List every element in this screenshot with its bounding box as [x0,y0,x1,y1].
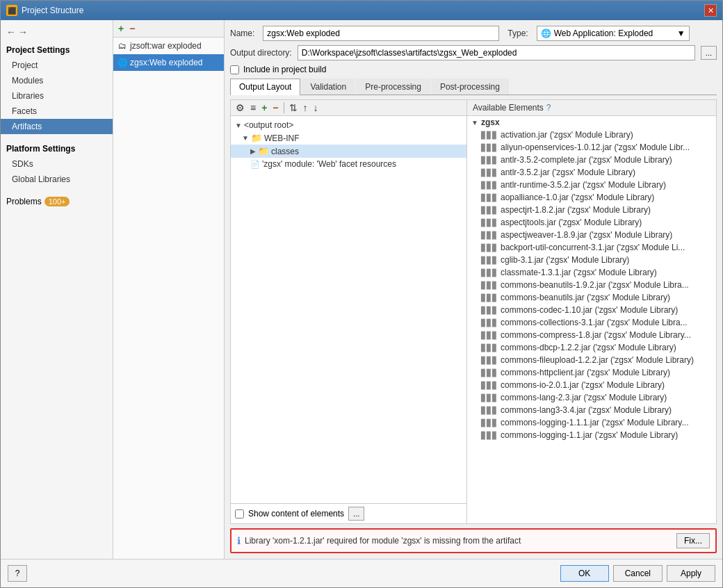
avail-item-14[interactable]: ▊▊▊ commons-codec-1.10.jar ('zgsx' Modul… [467,304,716,316]
type-select[interactable]: 🌐 Web Application: Exploded ▼ [537,26,690,41]
avail-item-label-14: commons-codec-1.10.jar ('zgsx' Module Li… [501,305,678,315]
include-label: Include in project build [243,65,326,74]
avail-item-7[interactable]: ▊▊▊ aspectjtools.jar ('zgsx' Module Libr… [467,216,716,229]
avail-item-9[interactable]: ▊▊▊ backport-util-concurrent-3.1.jar ('z… [467,241,716,254]
tab-output-layout[interactable]: Output Layout [230,79,300,95]
problems-row[interactable]: Problems 100+ [1,193,113,211]
tab-pre-processing[interactable]: Pre-processing [356,79,430,95]
avail-item-20[interactable]: ▊▊▊ commons-io-2.0.1.jar ('zgsx' Module … [467,379,716,391]
avail-item-label-9: backport-util-concurrent-3.1.jar ('zgsx'… [501,243,685,252]
remove-artifact-button[interactable]: − [127,22,137,35]
avail-item-21[interactable]: ▊▊▊ commons-lang-2.3.jar ('zgsx' Module … [467,391,716,404]
tree-content: ▼ <output root> ▼ 📁 WEB-INF ▶ 📁 [231,116,466,503]
sidebar-item-sdks[interactable]: SDKs [1,156,113,172]
chevron-right-icon: ▶ [250,147,256,155]
avail-item-15[interactable]: ▊▊▊ commons-collections-3.1.jar ('zgsx' … [467,316,716,329]
tree-sort-button[interactable]: ⇅ [287,101,300,114]
sidebar-item-libraries[interactable]: Libraries [1,88,113,104]
output-dir-input[interactable] [298,45,695,60]
jar-icon-13: ▊▊▊ [481,294,498,302]
tree-config-button[interactable]: ⚙ [234,101,247,114]
avail-item-5[interactable]: ▊▊▊ aopalliance-1.0.jar ('zgsx' Module L… [467,191,716,204]
back-button[interactable]: ← [6,26,16,38]
avail-item-23[interactable]: ▊▊▊ commons-logging-1.1.1.jar ('zgsx' Mo… [467,416,716,429]
tree-view-button[interactable]: ≡ [248,101,258,114]
type-value: Web Application: Exploded [554,28,674,38]
tab-post-processing[interactable]: Post-processing [431,79,509,95]
output-dir-browse-button[interactable]: ... [701,46,717,60]
tree-remove-button[interactable]: − [270,101,280,114]
chevron-down-icon3: ▼ [471,119,478,126]
sidebar-item-global-libraries[interactable]: Global Libraries [1,172,113,187]
avail-item-label-10: cglib-3.1.jar ('zgsx' Module Library) [501,255,629,265]
avail-item-16[interactable]: ▊▊▊ commons-compress-1.8.jar ('zgsx' Mod… [467,329,716,341]
avail-item-1[interactable]: ▊▊▊ aliyun-openservices-1.0.12.jar ('zgs… [467,141,716,154]
webinf-label: WEB-INF [264,133,300,143]
artifact-zgsx[interactable]: 🌐 zgsx:Web exploded [113,54,224,71]
include-checkbox[interactable] [230,65,239,74]
ok-button[interactable]: OK [560,565,609,582]
cancel-button[interactable]: Cancel [613,565,663,582]
artifact-zgsx-label: zgsx:Web exploded [130,58,203,67]
avail-item-label-7: aspectjtools.jar ('zgsx' Module Library) [501,218,642,227]
avail-item-22[interactable]: ▊▊▊ commons-lang3-3.4.jar ('zgsx' Module… [467,404,716,416]
avail-item-8[interactable]: ▊▊▊ aspectjweaver-1.8.9.jar ('zgsx' Modu… [467,229,716,241]
forward-button[interactable]: → [18,26,28,38]
sidebar-item-artifacts[interactable]: Artifacts [1,119,113,134]
tree-classes[interactable]: ▶ 📁 classes [231,145,466,158]
tab-validation[interactable]: Validation [301,79,355,95]
tree-root[interactable]: ▼ <output root> [231,119,466,131]
avail-item-label-22: commons-lang3-3.4.jar ('zgsx' Module Lib… [501,405,672,415]
web-icon: 🌐 [117,58,127,67]
info-icon: ℹ [237,535,241,546]
tree-down-button[interactable]: ↓ [311,101,320,114]
sidebar-item-project[interactable]: Project [1,58,113,73]
apply-button[interactable]: Apply [667,565,715,582]
jar-icon-3: ▊▊▊ [481,169,498,177]
sidebar-item-facets[interactable]: Facets [1,104,113,119]
avail-item-18[interactable]: ▊▊▊ commons-fileupload-1.2.2.jar ('zgsx'… [467,354,716,366]
avail-item-4[interactable]: ▊▊▊ antlr-runtime-3.5.2.jar ('zgsx' Modu… [467,179,716,191]
jar-icon-21: ▊▊▊ [481,394,498,402]
avail-item-13[interactable]: ▊▊▊ commons-beanutils.jar ('zgsx' Module… [467,291,716,304]
avail-item-label-20: commons-io-2.0.1.jar ('zgsx' Module Libr… [501,380,665,390]
avail-item-10[interactable]: ▊▊▊ cglib-3.1.jar ('zgsx' Module Library… [467,254,716,266]
avail-item-2[interactable]: ▊▊▊ antlr-3.5.2-complete.jar ('zgsx' Mod… [467,154,716,166]
sidebar-item-modules[interactable]: Modules [1,73,113,88]
tree-webinf[interactable]: ▼ 📁 WEB-INF [231,131,466,145]
add-artifact-button[interactable]: + [116,22,126,35]
jar-icon-20: ▊▊▊ [481,382,498,389]
jar-icon-14: ▊▊▊ [481,307,498,314]
jar-icon-22: ▊▊▊ [481,407,498,414]
jar-icon-1: ▊▊▊ [481,144,498,152]
sidebar-divider [1,134,113,140]
bottom-row: Show content of elements ... [231,503,466,523]
artifact-jzsoft[interactable]: 🗂 jzsoft:war exploded [113,38,224,54]
avail-item-3[interactable]: ▊▊▊ antlr-3.5.2.jar ('zgsx' Module Libra… [467,166,716,179]
help-button[interactable]: ? [8,565,27,582]
avail-item-6[interactable]: ▊▊▊ aspectjrt-1.8.2.jar ('zgsx' Module L… [467,204,716,216]
avail-item-11[interactable]: ▊▊▊ classmate-1.3.1.jar ('zgsx' Module L… [467,266,716,279]
jar-icon-0: ▊▊▊ [481,131,498,139]
show-content-browse[interactable]: ... [348,507,364,521]
avail-group-zgsx[interactable]: ▼ zgsx [467,116,716,129]
type-dropdown-icon[interactable]: ▼ [677,28,685,38]
avail-item-12[interactable]: ▊▊▊ commons-beanutils-1.9.2.jar ('zgsx' … [467,279,716,291]
artifacts-list: + − 🗂 jzsoft:war exploded 🌐 zgsx:Web exp… [113,20,225,559]
avail-item-0[interactable]: ▊▊▊ activation.jar ('zgsx' Module Librar… [467,129,716,141]
folder-icon: 📁 [251,133,262,143]
avail-item-19[interactable]: ▊▊▊ commons-httpclient.jar ('zgsx' Modul… [467,366,716,379]
show-content-checkbox[interactable] [235,509,244,518]
name-input[interactable] [263,26,499,41]
tree-add-button[interactable]: + [259,101,269,114]
help-icon[interactable]: ? [546,103,551,113]
jar-icon-2: ▊▊▊ [481,156,498,164]
jar-icon-6: ▊▊▊ [481,206,498,214]
tree-up-button[interactable]: ↑ [301,101,310,114]
close-button[interactable]: ✕ [704,4,717,17]
avail-item-label-21: commons-lang-2.3.jar ('zgsx' Module Libr… [501,393,667,402]
tree-facet-resources[interactable]: 📄 'zgsx' module: 'Web' facet resources [231,158,466,170]
fix-button[interactable]: Fix... [676,533,710,548]
avail-item-24[interactable]: ▊▊▊ commons-logging-1.1.jar ('zgsx' Modu… [467,429,716,441]
avail-item-17[interactable]: ▊▊▊ commons-dbcp-1.2.2.jar ('zgsx' Modul… [467,341,716,354]
